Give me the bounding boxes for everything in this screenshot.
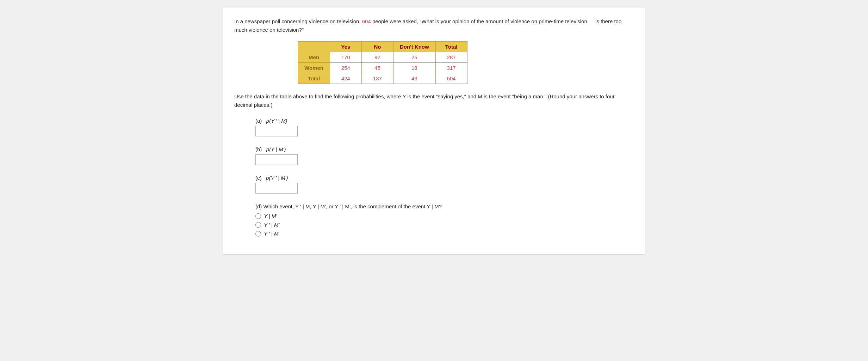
question-c-expr: p(Y ′ | M′) [266, 175, 288, 181]
question-a-block: (a) p(Y ′ | M) [255, 118, 634, 136]
men-yes: 170 [330, 52, 361, 63]
question-a-label: (a) p(Y ′ | M) [255, 118, 634, 124]
question-b-prefix: (b) [255, 146, 265, 152]
main-card: In a newspaper poll concerning violence … [223, 7, 645, 255]
total-dontknow: 43 [393, 73, 435, 84]
women-total: 317 [435, 63, 467, 73]
row-label-women: Women [298, 63, 330, 73]
label-yprime-m: Y ′ | M [264, 231, 278, 237]
intro-text-before: In a newspaper poll concerning violence … [234, 18, 361, 24]
men-dontknow: 25 [393, 52, 435, 63]
description-text: Use the data in the table above to find … [234, 92, 634, 109]
header-total: Total [435, 42, 467, 52]
women-dontknow: 18 [393, 63, 435, 73]
question-a-prefix: (a) [255, 118, 265, 124]
question-b-label: (b) p(Y | M′) [255, 146, 634, 152]
women-yes: 254 [330, 63, 361, 73]
answer-c-input[interactable] [255, 183, 298, 194]
question-d-block: (d) Which event, Y ′ | M, Y | M′, or Y ′… [255, 203, 634, 237]
radio-yprime-m[interactable] [255, 231, 261, 237]
table-row-men: Men 170 92 25 287 [298, 52, 467, 63]
highlight-number: 604 [362, 18, 371, 24]
question-b-expr: p(Y | M′) [266, 146, 286, 152]
table-row-women: Women 254 45 18 317 [298, 63, 467, 73]
header-dontknow: Don't Know [393, 42, 435, 52]
total-yes: 424 [330, 73, 361, 84]
header-empty [298, 42, 330, 52]
row-label-men: Men [298, 52, 330, 63]
total-no: 137 [361, 73, 393, 84]
intro-paragraph: In a newspaper poll concerning violence … [234, 17, 634, 34]
answer-b-input[interactable] [255, 154, 298, 165]
radio-yprime-mprime[interactable] [255, 222, 261, 228]
radio-ym-prime[interactable] [255, 213, 261, 219]
header-no: No [361, 42, 393, 52]
question-d-text: (d) Which event, Y ′ | M, Y | M′, or Y ′… [255, 203, 634, 209]
table-row-total: Total 424 137 43 604 [298, 73, 467, 84]
question-c-block: (c) p(Y ′ | M′) [255, 175, 634, 194]
question-b-block: (b) p(Y | M′) [255, 146, 634, 165]
label-yprime-mprime: Y ′ | M′ [264, 222, 279, 228]
label-ym-prime: Y | M′ [264, 213, 277, 219]
data-table: Yes No Don't Know Total Men 170 92 25 28… [298, 41, 467, 84]
question-a-expr: p(Y ′ | M) [266, 118, 287, 124]
row-label-total: Total [298, 73, 330, 84]
women-no: 45 [361, 63, 393, 73]
men-no: 92 [361, 52, 393, 63]
question-c-label: (c) p(Y ′ | M′) [255, 175, 634, 181]
total-total: 604 [435, 73, 467, 84]
men-total: 287 [435, 52, 467, 63]
question-c-prefix: (c) [255, 175, 265, 181]
header-yes: Yes [330, 42, 361, 52]
answer-a-input[interactable] [255, 126, 298, 136]
option-yprime-mprime[interactable]: Y ′ | M′ [255, 222, 634, 228]
option-yprime-m[interactable]: Y ′ | M [255, 231, 634, 237]
option-ym-prime[interactable]: Y | M′ [255, 213, 634, 219]
